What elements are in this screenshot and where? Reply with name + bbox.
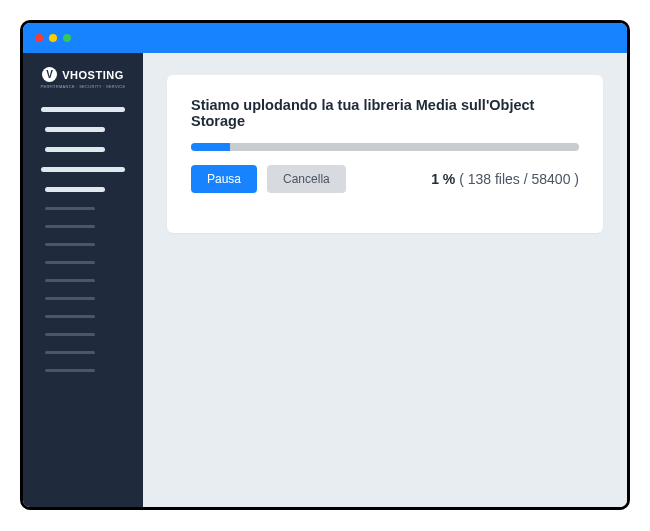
nav-item[interactable] — [45, 279, 95, 282]
nav-item[interactable] — [45, 315, 95, 318]
content-area: Stiamo uplodando la tua libreria Media s… — [143, 53, 627, 507]
titlebar — [23, 23, 627, 53]
logo-mark: V — [42, 67, 57, 82]
nav-item[interactable] — [45, 187, 105, 192]
logo-subtitle: PERFORMANCE · SECURITY · SERVICE — [40, 84, 125, 89]
pause-button[interactable]: Pausa — [191, 165, 257, 193]
logo-text: VHOSTING — [62, 69, 123, 81]
controls-row: Pausa Cancella 1 % ( 138 files / 58400 ) — [191, 165, 579, 193]
nav-item[interactable] — [45, 127, 105, 132]
nav-item[interactable] — [41, 107, 125, 112]
nav-item[interactable] — [45, 333, 95, 336]
app-window: V VHOSTING PERFORMANCE · SECURITY · SERV… — [20, 20, 630, 510]
nav-item[interactable] — [45, 351, 95, 354]
cancel-button[interactable]: Cancella — [267, 165, 346, 193]
nav-item[interactable] — [45, 297, 95, 300]
nav-item[interactable] — [45, 225, 95, 228]
nav-item[interactable] — [45, 369, 95, 372]
window-minimize-dot[interactable] — [49, 34, 57, 42]
status-detail: ( 138 files / 58400 ) — [459, 171, 579, 187]
status-percent: 1 % — [431, 171, 455, 187]
nav-item[interactable] — [45, 243, 95, 246]
upload-title: Stiamo uplodando la tua libreria Media s… — [191, 97, 579, 129]
sidebar: V VHOSTING PERFORMANCE · SECURITY · SERV… — [23, 53, 143, 507]
upload-card: Stiamo uplodando la tua libreria Media s… — [167, 75, 603, 233]
progress-fill — [191, 143, 230, 151]
window-body: V VHOSTING PERFORMANCE · SECURITY · SERV… — [23, 53, 627, 507]
window-close-dot[interactable] — [35, 34, 43, 42]
nav-item[interactable] — [45, 147, 105, 152]
nav-item[interactable] — [45, 261, 95, 264]
nav-item[interactable] — [45, 207, 95, 210]
window-maximize-dot[interactable] — [63, 34, 71, 42]
nav-item[interactable] — [41, 167, 125, 172]
logo: V VHOSTING — [42, 67, 123, 82]
nav-items — [23, 107, 143, 372]
upload-status: 1 % ( 138 files / 58400 ) — [431, 171, 579, 187]
progress-bar — [191, 143, 579, 151]
